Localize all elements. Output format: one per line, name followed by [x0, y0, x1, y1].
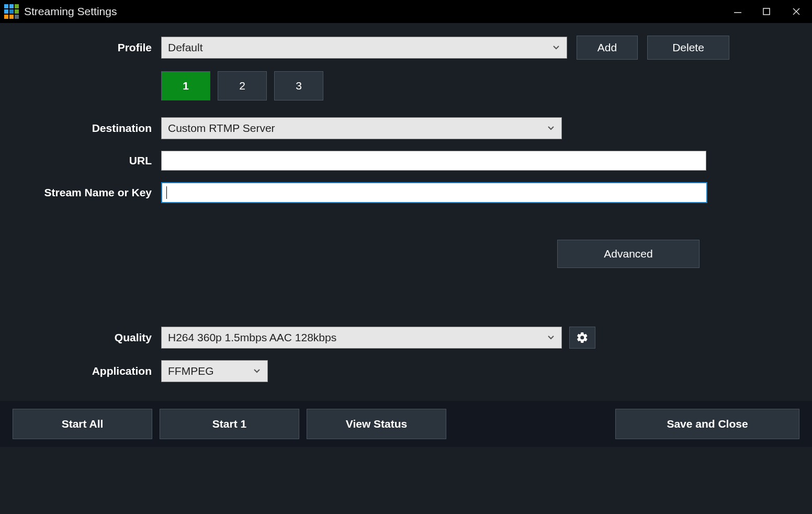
close-icon: [792, 7, 801, 16]
tab-2-label: 2: [239, 80, 245, 92]
footer-bar: Start All Start 1 View Status Save and C…: [0, 401, 812, 447]
destination-label: Destination: [0, 122, 161, 135]
quality-select-value: H264 360p 1.5mbps AAC 128kbps: [168, 331, 336, 344]
advanced-button-label: Advanced: [604, 248, 652, 260]
title-bar: Streaming Settings: [0, 0, 812, 23]
text-cursor: [166, 186, 167, 199]
chevron-down-icon: [552, 41, 560, 54]
advanced-button[interactable]: Advanced: [557, 240, 700, 268]
chevron-down-icon: [547, 331, 555, 344]
delete-button-label: Delete: [672, 41, 704, 54]
application-select-value: FFMPEG: [168, 365, 214, 377]
chevron-down-icon: [547, 122, 555, 135]
window-title: Streaming Settings: [24, 5, 117, 18]
profile-label: Profile: [0, 41, 161, 54]
add-button[interactable]: Add: [577, 36, 638, 60]
quality-label: Quality: [0, 331, 161, 344]
tab-3[interactable]: 3: [274, 71, 323, 100]
tab-1-label: 1: [183, 80, 189, 92]
save-and-close-button[interactable]: Save and Close: [615, 409, 799, 439]
save-and-close-label: Save and Close: [667, 418, 748, 430]
maximize-button[interactable]: [752, 2, 781, 21]
start-all-button[interactable]: Start All: [13, 409, 152, 439]
destination-select-value: Custom RTMP Server: [168, 122, 275, 135]
minimize-button[interactable]: [723, 2, 752, 21]
application-select[interactable]: FFMPEG: [161, 360, 268, 382]
quality-select[interactable]: H264 360p 1.5mbps AAC 128kbps: [161, 327, 562, 349]
profile-select[interactable]: Default: [161, 37, 567, 59]
start-1-label: Start 1: [212, 418, 246, 430]
delete-button[interactable]: Delete: [647, 36, 729, 60]
start-1-button[interactable]: Start 1: [160, 409, 299, 439]
tab-1[interactable]: 1: [161, 71, 210, 100]
start-all-label: Start All: [62, 418, 104, 430]
application-label: Application: [0, 365, 161, 377]
tab-2[interactable]: 2: [218, 71, 267, 100]
view-status-label: View Status: [346, 418, 408, 430]
app-icon: [4, 4, 19, 19]
url-label: URL: [0, 154, 161, 167]
chevron-down-icon: [253, 365, 261, 377]
maximize-icon: [762, 7, 771, 16]
gear-icon: [576, 331, 589, 344]
quality-settings-button[interactable]: [569, 327, 595, 349]
close-button[interactable]: [781, 2, 812, 21]
svg-rect-1: [763, 8, 770, 15]
add-button-label: Add: [597, 41, 617, 54]
profile-select-value: Default: [168, 41, 203, 54]
tab-3-label: 3: [296, 80, 302, 92]
stream-key-label: Stream Name or Key: [0, 186, 161, 199]
url-input[interactable]: [161, 151, 706, 171]
stream-key-input[interactable]: [161, 182, 707, 203]
content-area: Profile Default Add Delete 1 2 3 Destina…: [0, 23, 812, 447]
destination-select[interactable]: Custom RTMP Server: [161, 117, 562, 139]
view-status-button[interactable]: View Status: [307, 409, 446, 439]
minimize-icon: [733, 7, 742, 16]
